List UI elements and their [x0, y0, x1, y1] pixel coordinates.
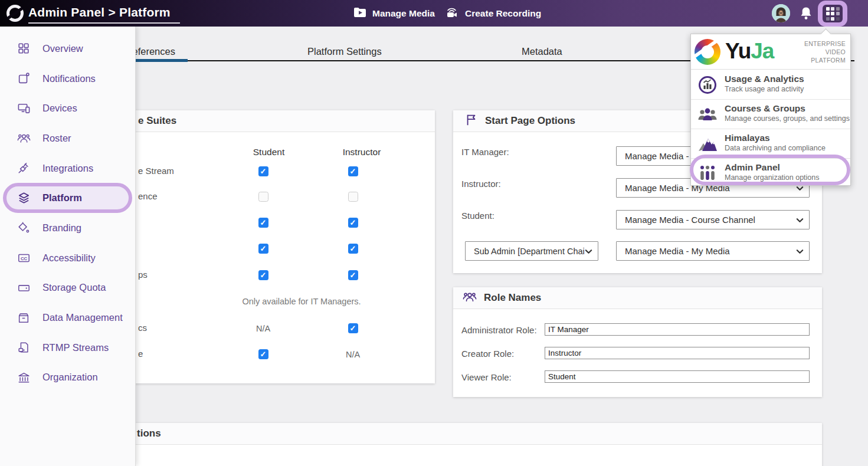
- checkbox-student[interactable]: [258, 218, 268, 228]
- viewer-role-input[interactable]: [545, 370, 810, 383]
- student-start-page-select[interactable]: Manage Media - Course Channel: [616, 210, 810, 229]
- sidebar-item-rtmp-streams[interactable]: RTMP Streams: [0, 333, 135, 363]
- sidebar-item-overview[interactable]: Overview: [0, 34, 135, 64]
- tab-metadata[interactable]: Metadata: [522, 46, 562, 57]
- breadcrumb[interactable]: Admin Panel > Platform: [28, 5, 180, 24]
- checkbox-instructor[interactable]: [348, 166, 358, 176]
- play-icon: [778, 50, 783, 56]
- usage-analytics-icon: [697, 74, 718, 96]
- checkbox-student[interactable]: N/A: [256, 323, 270, 333]
- sidebar-item-integrations[interactable]: Integrations: [0, 153, 135, 183]
- feature-row-label: e Stream: [138, 166, 174, 176]
- bottom-card-title: tions: [137, 428, 161, 439]
- enterprise-video-platform-tagline: ENTERPRISEVIDEOPLATFORM: [796, 40, 846, 64]
- feature-row-label: cs: [138, 323, 147, 333]
- integrations-icon: [17, 161, 31, 175]
- checkbox-instructor[interactable]: N/A: [346, 349, 360, 359]
- instructor-label: Instructor:: [461, 179, 501, 189]
- create-recording-icon: [444, 5, 460, 22]
- yuja-swirl-logo: [6, 5, 24, 22]
- rtmp-streams-icon: [17, 340, 31, 355]
- yuja-color-logo: [695, 39, 720, 65]
- sidebar-item-data-management[interactable]: Data Management: [0, 303, 135, 333]
- admin-panel-page: Preferences Platform Settings Metadata e…: [0, 0, 868, 466]
- sidebar-item-platform[interactable]: Platform: [3, 183, 132, 213]
- sidebar-item-organization[interactable]: Organization: [0, 363, 135, 393]
- checkbox-student[interactable]: [258, 244, 268, 254]
- tab-platform-settings[interactable]: Platform Settings: [307, 46, 382, 57]
- app-switcher-popup: YuJa ENTERPRISEVIDEOPLATFORM Usage & Ana…: [690, 34, 851, 186]
- brand-row: YuJa ENTERPRISEVIDEOPLATFORM: [691, 34, 850, 70]
- yuja-wordmark: YuJa: [725, 39, 774, 64]
- checkbox-instructor[interactable]: [348, 323, 358, 333]
- apps-grid-icon[interactable]: [818, 1, 847, 27]
- overview-icon: [17, 41, 31, 55]
- checkbox-instructor[interactable]: [348, 192, 358, 202]
- role-names-card: Role Names Administrator Role: Creator R…: [453, 287, 822, 397]
- sidebar-item-roster[interactable]: Roster: [0, 123, 135, 153]
- it-manager-label: IT Manager:: [461, 147, 509, 157]
- student-label: Student:: [461, 211, 494, 221]
- start-page-options-title: Start Page Options: [485, 115, 575, 127]
- checkbox-instructor[interactable]: [348, 270, 358, 280]
- bell-icon[interactable]: [799, 6, 813, 21]
- data-management-icon: [17, 311, 31, 325]
- bottom-options-card: tions Platform Video Channel: [135, 423, 822, 466]
- menu-item-courses-groups[interactable]: Courses & Groups Manage courses, groups,…: [691, 99, 850, 129]
- notifications-icon: [17, 71, 31, 86]
- column-header-instructor: Instructor: [332, 147, 391, 157]
- top-navigation-bar: Admin Panel > Platform Manage Media Crea…: [0, 0, 868, 27]
- it-managers-note: Only available for IT Managers.: [211, 297, 392, 306]
- feature-row-label: ence: [138, 191, 158, 202]
- creator-role-input[interactable]: [545, 347, 810, 359]
- manage-media-icon: [353, 6, 367, 21]
- feature-row-label: ps: [138, 270, 148, 280]
- menu-item-himalayas[interactable]: Himalayas Data archiving and compliance: [691, 129, 850, 158]
- menu-item-admin-panel[interactable]: Admin Panel Manage organization options: [691, 158, 850, 188]
- flag-icon: [465, 113, 478, 129]
- checkbox-instructor[interactable]: [348, 218, 358, 228]
- sidebar-item-devices[interactable]: Devices: [0, 93, 135, 123]
- sidebar-item-accessibility[interactable]: CC Accessibility: [0, 243, 135, 273]
- creator-role-label: Creator Role:: [461, 349, 514, 359]
- courses-groups-icon: [697, 104, 718, 125]
- svg-text:CC: CC: [20, 256, 27, 261]
- checkbox-student[interactable]: [258, 349, 268, 359]
- storage-quota-icon: [17, 281, 31, 295]
- sidebar-item-storage-quota[interactable]: Storage Quota: [0, 273, 135, 303]
- administrator-role-input[interactable]: [545, 323, 810, 336]
- platform-icon: [17, 191, 31, 205]
- admin-sidebar: Overview Notifications Devices Roster In…: [0, 27, 136, 466]
- column-header-student: Student: [241, 147, 297, 157]
- sub-admin-start-page-select[interactable]: Manage Media - My Media: [616, 241, 810, 261]
- manage-media-button[interactable]: Manage Media: [353, 0, 435, 27]
- accessibility-icon: CC: [17, 251, 31, 265]
- checkbox-student[interactable]: [258, 192, 268, 202]
- feature-row-label: e: [138, 349, 143, 359]
- menu-item-usage-analytics[interactable]: Usage & Analytics Track usage and activi…: [691, 70, 850, 99]
- checkbox-instructor[interactable]: [348, 244, 358, 254]
- administrator-role-label: Administrator Role:: [461, 325, 537, 336]
- checkbox-student[interactable]: [258, 270, 268, 280]
- branding-icon: [17, 221, 31, 235]
- organization-icon: [17, 370, 31, 385]
- feature-suites-title: e Suites: [138, 115, 176, 127]
- sidebar-item-branding[interactable]: Branding: [0, 213, 135, 243]
- checkbox-student[interactable]: [258, 166, 268, 176]
- sub-admin-role-select[interactable]: Sub Admin [Department Chai: [465, 241, 598, 261]
- viewer-role-label: Viewer Role:: [461, 372, 512, 383]
- devices-icon: [17, 101, 31, 116]
- sidebar-item-notifications[interactable]: Notifications: [0, 64, 135, 94]
- user-avatar[interactable]: [772, 4, 790, 22]
- himalayas-icon: [697, 133, 718, 155]
- people-icon: [463, 290, 477, 306]
- role-names-title: Role Names: [484, 292, 541, 304]
- create-recording-button[interactable]: Create Recording: [444, 0, 541, 27]
- feature-suites-card: e Suites Student Instructor e Stream enc…: [135, 110, 435, 383]
- roster-icon: [17, 131, 31, 145]
- admin-panel-icon: [697, 163, 718, 184]
